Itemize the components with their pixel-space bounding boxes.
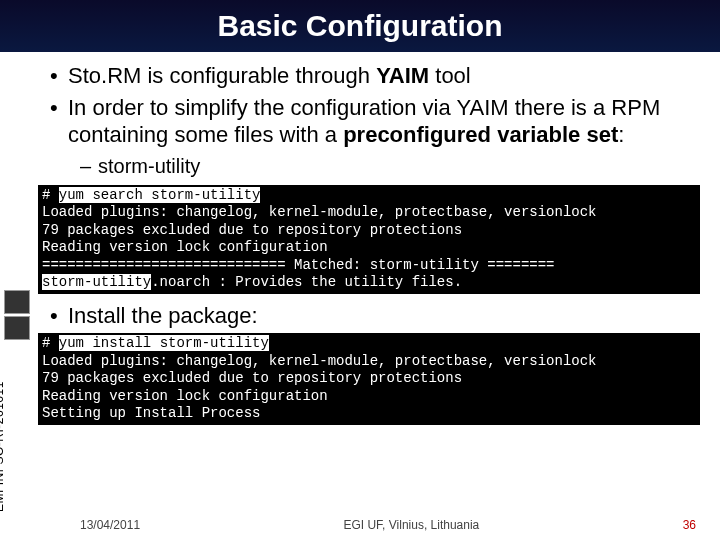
terminal-output-2: # yum install storm-utility Loaded plugi…	[38, 333, 700, 425]
sidebar-logos	[4, 290, 32, 342]
prompt: #	[42, 335, 59, 351]
text-bold: YAIM	[376, 63, 429, 88]
terminal-line: Reading version lock configuration	[42, 388, 328, 404]
terminal-line: Setting up Install Process	[42, 405, 260, 421]
logo-icon	[4, 316, 30, 340]
sub-bullet-text: storm-utility	[98, 153, 200, 179]
terminal-output-1: # yum search storm-utility Loaded plugin…	[38, 185, 700, 294]
bullet-text: In order to simplify the configuration v…	[68, 94, 680, 149]
bullet-item-2: • In order to simplify the configuration…	[50, 94, 680, 149]
terminal-line: .noarch : Provides the utility files.	[151, 274, 462, 290]
terminal-line: ============================= Matched: s…	[42, 257, 554, 273]
bullet-text: Sto.RM is configurable through YAIM tool	[68, 62, 471, 90]
bullet-text: Install the package:	[68, 302, 258, 330]
text-segment: :	[618, 122, 624, 147]
footer-page-number: 36	[683, 518, 696, 532]
bullet-item-1: • Sto.RM is configurable through YAIM to…	[50, 62, 680, 90]
terminal-line: Loaded plugins: changelog, kernel-module…	[42, 204, 597, 220]
terminal-command: yum search storm-utility	[59, 187, 261, 203]
content-area: • Sto.RM is configurable through YAIM to…	[0, 52, 720, 425]
logo-icon	[4, 290, 30, 314]
terminal-command: yum install storm-utility	[59, 335, 269, 351]
footer-center: EGI UF, Vilnius, Lithuania	[343, 518, 479, 532]
text-segment: Sto.RM is configurable through	[68, 63, 376, 88]
text-segment: tool	[429, 63, 471, 88]
slide-title: Basic Configuration	[217, 9, 502, 43]
footer: 13/04/2011 EGI UF, Vilnius, Lithuania 36	[0, 518, 720, 532]
terminal-line: 79 packages excluded due to repository p…	[42, 222, 462, 238]
terminal-line: Reading version lock configuration	[42, 239, 328, 255]
terminal-line: 79 packages excluded due to repository p…	[42, 370, 462, 386]
prompt: #	[42, 187, 59, 203]
title-bar: Basic Configuration	[0, 0, 720, 52]
bullet-dot: •	[50, 302, 68, 330]
bullet-dot: •	[50, 94, 68, 149]
terminal-line: Loaded plugins: changelog, kernel-module…	[42, 353, 597, 369]
sidebar-label: EMI INFSO-RI-261611	[0, 381, 6, 512]
bullet-dash: –	[80, 153, 98, 179]
bullet-item-3: • Install the package:	[50, 302, 680, 330]
terminal-highlight: storm-utility	[42, 274, 151, 290]
sub-bullet-1: – storm-utility	[80, 153, 680, 179]
footer-date: 13/04/2011	[80, 518, 140, 532]
text-bold: preconfigured variable set	[343, 122, 618, 147]
bullet-dot: •	[50, 62, 68, 90]
